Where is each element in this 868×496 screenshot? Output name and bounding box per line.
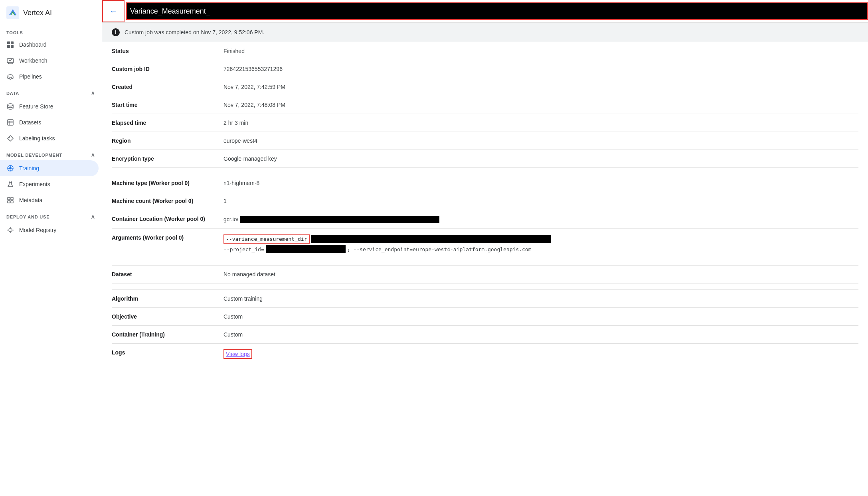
container-training-row: Container (Training) Custom [112, 326, 858, 344]
start-time-label: Start time [112, 102, 223, 108]
divider-1 [112, 168, 858, 174]
dataset-value: No managed dataset [223, 271, 858, 278]
region-label: Region [112, 138, 223, 144]
args-arg1-redacted [311, 235, 551, 243]
encryption-row: Encryption type Google-managed key [112, 150, 858, 168]
svg-rect-5 [11, 45, 14, 48]
elapsed-row: Elapsed time 2 hr 3 min [112, 114, 858, 132]
svg-point-8 [10, 78, 11, 79]
args-project-redacted [266, 245, 346, 253]
page-content: i Custom job was completed on Nov 7, 202… [102, 23, 868, 496]
divider-2 [112, 259, 858, 266]
pipelines-label: Pipelines [19, 73, 42, 80]
svg-point-27 [9, 228, 12, 232]
machine-type-value: n1-highmem-8 [223, 180, 858, 186]
tools-section-label: TOOLS [0, 26, 102, 37]
dashboard-label: Dashboard [19, 41, 47, 48]
start-time-value: Nov 7, 2022, 7:48:08 PM [223, 102, 858, 108]
sidebar-item-training[interactable]: Training [0, 160, 99, 176]
svg-point-10 [8, 104, 13, 106]
model-registry-icon [6, 226, 14, 234]
objective-label: Objective [112, 313, 223, 320]
objective-row: Objective Custom [112, 308, 858, 326]
data-section-label: DATA [6, 91, 19, 96]
svg-rect-23 [8, 197, 10, 200]
args-service-endpoint: ; --service_endpoint=europe-west4-aiplat… [347, 246, 532, 252]
algorithm-row: Algorithm Custom training [112, 290, 858, 308]
machine-count-row: Machine count (Worker pool 0) 1 [112, 192, 858, 210]
feature-store-label: Feature Store [19, 103, 53, 110]
svg-point-15 [9, 137, 10, 138]
args-project-id: --project_id= [223, 246, 264, 252]
training-icon [6, 164, 14, 172]
logs-row: Logs View logs [112, 344, 858, 364]
view-logs-link[interactable]: View logs [223, 349, 252, 359]
args-arg1: --variance_measurement_dir [223, 234, 310, 244]
machine-count-label: Machine count (Worker pool 0) [112, 198, 223, 204]
sidebar-item-metadata[interactable]: Metadata [0, 192, 99, 208]
args-line-1: --variance_measurement_dir [223, 234, 858, 244]
page-title: Variance_Measurement_ [130, 7, 210, 16]
dataset-label: Dataset [112, 271, 223, 278]
machine-type-label: Machine type (Worker pool 0) [112, 180, 223, 186]
svg-rect-11 [8, 120, 13, 125]
sidebar-item-experiments[interactable]: Experiments [0, 176, 99, 192]
sidebar-item-feature-store[interactable]: Feature Store [0, 98, 99, 114]
feature-store-icon [6, 102, 14, 110]
model-dev-section-header: MODEL DEVELOPMENT ∧ [0, 146, 102, 160]
algorithm-label: Algorithm [112, 295, 223, 302]
svg-rect-26 [11, 201, 13, 203]
container-redacted-value [240, 216, 439, 223]
data-chevron-icon[interactable]: ∧ [91, 89, 95, 97]
svg-rect-4 [7, 45, 10, 48]
gcr-prefix: gcr.io/ [223, 216, 238, 222]
metadata-icon [6, 196, 14, 204]
machine-count-value: 1 [223, 198, 858, 204]
page-title-bar: Variance_Measurement_ [126, 2, 868, 20]
workbench-icon [6, 57, 14, 65]
dashboard-icon [6, 41, 14, 49]
experiments-label: Experiments [19, 181, 50, 187]
svg-point-9 [12, 77, 13, 79]
container-training-value: Custom [223, 331, 858, 338]
labeling-icon [6, 134, 14, 142]
created-label: Created [112, 84, 223, 90]
sidebar: Vertex AI TOOLS Dashboard Workbench Pipe… [0, 0, 102, 496]
banner-text: Custom job was completed on Nov 7, 2022,… [125, 29, 264, 35]
status-value: Finished [223, 48, 858, 54]
sidebar-item-datasets[interactable]: Datasets [0, 114, 99, 130]
sidebar-item-workbench[interactable]: Workbench [0, 53, 99, 69]
args-line-2: --project_id= ; --service_endpoint=europ… [223, 245, 858, 253]
svg-point-7 [8, 77, 9, 79]
logs-label: Logs [112, 349, 223, 356]
training-label: Training [19, 165, 39, 171]
container-location-value: gcr.io/ [223, 216, 858, 223]
back-button[interactable]: ← [102, 0, 125, 22]
sidebar-item-pipelines[interactable]: Pipelines [0, 69, 99, 85]
logs-value: View logs [223, 349, 858, 359]
deploy-chevron-icon[interactable]: ∧ [91, 213, 95, 220]
datasets-icon [6, 118, 14, 126]
sidebar-logo: Vertex AI [0, 0, 102, 26]
region-value: europe-west4 [223, 138, 858, 144]
job-id-row: Custom job ID 7264221536553271296 [112, 60, 858, 78]
container-location-label: Container Location (Worker pool 0) [112, 216, 223, 222]
model-dev-chevron-icon[interactable]: ∧ [91, 151, 95, 159]
algorithm-value: Custom training [223, 295, 858, 302]
sidebar-item-dashboard[interactable]: Dashboard [0, 37, 99, 53]
region-row: Region europe-west4 [112, 132, 858, 150]
deploy-label: DEPLOY AND USE [6, 215, 49, 219]
svg-rect-24 [11, 197, 13, 200]
sidebar-item-model-registry[interactable]: Model Registry [0, 222, 99, 238]
elapsed-value: 2 hr 3 min [223, 120, 858, 126]
metadata-label: Metadata [19, 197, 42, 203]
svg-point-1 [12, 10, 14, 11]
sidebar-item-labeling[interactable]: Labeling tasks [0, 130, 99, 146]
model-registry-label: Model Registry [19, 227, 56, 233]
experiments-icon [6, 180, 14, 188]
container-location-row: Container Location (Worker pool 0) gcr.i… [112, 210, 858, 229]
app-title: Vertex AI [23, 9, 52, 17]
status-label: Status [112, 48, 223, 54]
pipelines-icon [6, 73, 14, 81]
created-value: Nov 7, 2022, 7:42:59 PM [223, 84, 858, 90]
